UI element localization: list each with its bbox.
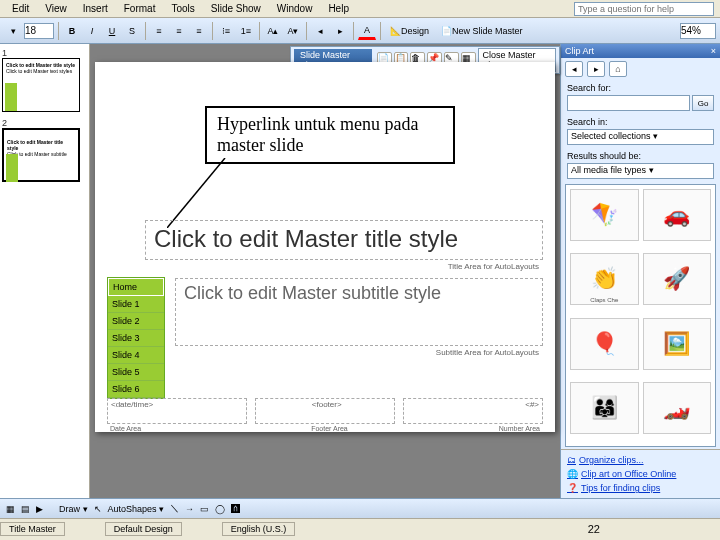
bold-button[interactable]: B — [63, 22, 81, 40]
globe-icon: 🌐 — [567, 469, 578, 479]
menu-item-slide1[interactable]: Slide 1 — [108, 296, 164, 313]
select-arrow-icon[interactable]: ↖ — [94, 504, 102, 514]
menu-insert[interactable]: Insert — [75, 1, 116, 16]
search-in-label: Search in: — [567, 117, 714, 127]
menu-item-slide6[interactable]: Slide 6 — [108, 381, 164, 398]
thumbnail-1[interactable]: 1 Click to edit Master title styleClick … — [2, 48, 87, 112]
clip-result[interactable]: 🪁 — [570, 189, 639, 241]
pane-home-icon[interactable]: ⌂ — [609, 61, 627, 77]
page-number: 22 — [588, 523, 600, 535]
formatting-toolbar: ▾ B I U S ≡ ≡ ≡ ⁝≡ 1≡ A▴ A▾ ◂ ▸ A 📐 Desi… — [0, 18, 720, 44]
font-size-input[interactable] — [24, 23, 54, 39]
zoom-input[interactable] — [680, 23, 716, 39]
menu-view[interactable]: View — [37, 1, 75, 16]
pane-back-icon[interactable]: ◂ — [565, 61, 583, 77]
bullets-button[interactable]: ⁝≡ — [217, 22, 235, 40]
clip-art-pane: Clip Art × ◂ ▸ ⌂ Search for: Go Search i… — [560, 44, 720, 498]
clip-result[interactable]: 🎈 — [570, 318, 639, 370]
menu-window[interactable]: Window — [269, 1, 321, 16]
increase-indent-button[interactable]: ▸ — [331, 22, 349, 40]
shadow-button[interactable]: S — [123, 22, 141, 40]
decrease-font-button[interactable]: A▾ — [284, 22, 302, 40]
rectangle-tool-icon[interactable]: ▭ — [200, 504, 209, 514]
organize-clips-link[interactable]: 🗂Organize clips... — [567, 453, 714, 467]
status-language[interactable]: English (U.S.) — [222, 522, 296, 536]
increase-font-button[interactable]: A▴ — [264, 22, 282, 40]
menu-item-slide4[interactable]: Slide 4 — [108, 347, 164, 364]
menu-item-slide5[interactable]: Slide 5 — [108, 364, 164, 381]
menu-item-home[interactable]: Home — [108, 278, 164, 296]
number-placeholder[interactable]: <#>Number Area — [403, 398, 543, 424]
menu-edit[interactable]: Edit — [4, 1, 37, 16]
autoshapes-menu[interactable]: AutoShapes ▾ — [108, 504, 165, 514]
results-type-dropdown[interactable]: All media file types ▾ — [567, 163, 714, 179]
status-slide: Title Master — [0, 522, 65, 536]
line-tool-icon[interactable]: ＼ — [170, 502, 179, 515]
date-placeholder[interactable]: <date/time>Date Area — [107, 398, 247, 424]
slide-master[interactable]: Hyperlink untuk menu pada master slide C… — [95, 62, 555, 432]
arrow-tool-icon[interactable]: → — [185, 504, 194, 514]
drawing-toolbar: ▦ ▤ ▶ Draw ▾ ↖ AutoShapes ▾ ＼ → ▭ ◯ 🅰 — [0, 498, 720, 518]
align-right-button[interactable]: ≡ — [190, 22, 208, 40]
menu-item-slide3[interactable]: Slide 3 — [108, 330, 164, 347]
clip-result[interactable]: 🚀 — [643, 253, 712, 305]
office-online-link[interactable]: 🌐Clip art on Office Online — [567, 467, 714, 481]
status-design: Default Design — [105, 522, 182, 536]
master-title-placeholder[interactable]: Click to edit Master title style — [145, 220, 543, 260]
font-color-button[interactable]: A — [358, 22, 376, 40]
hyperlink-menu[interactable]: Home Slide 1 Slide 2 Slide 3 Slide 4 Sli… — [107, 277, 165, 399]
tips-link[interactable]: ❓Tips for finding clips — [567, 481, 714, 495]
clip-result[interactable]: 🚗 — [643, 189, 712, 241]
close-pane-icon[interactable]: × — [711, 46, 716, 56]
align-center-button[interactable]: ≡ — [170, 22, 188, 40]
view-sorter-icon[interactable]: ▤ — [21, 504, 30, 514]
menu-help[interactable]: Help — [320, 1, 357, 16]
align-left-button[interactable]: ≡ — [150, 22, 168, 40]
subtitle-area-label: Subtitle Area for AutoLayouts — [436, 348, 539, 357]
new-slide-master-button[interactable]: 📄 New Slide Master — [436, 22, 528, 40]
clip-result[interactable]: 👏Claps Che — [570, 253, 639, 305]
clip-result[interactable]: 🏎️ — [643, 382, 712, 434]
clip-art-header: Clip Art × — [561, 44, 720, 58]
clipart-search-input[interactable] — [567, 95, 690, 111]
oval-tool-icon[interactable]: ◯ — [215, 504, 225, 514]
menu-format[interactable]: Format — [116, 1, 164, 16]
slide-canvas: Slide Master View 📄 📋 🗑 📌 ✎ ▦ Close Mast… — [90, 44, 560, 498]
view-normal-icon[interactable]: ▦ — [6, 504, 15, 514]
thumbnail-2[interactable]: 2 Click to edit Master title styleClick … — [2, 118, 87, 182]
menu-item-slide2[interactable]: Slide 2 — [108, 313, 164, 330]
organize-icon: 🗂 — [567, 455, 576, 465]
menu-bar: Edit View Insert Format Tools Slide Show… — [0, 0, 720, 18]
menu-tools[interactable]: Tools — [163, 1, 202, 16]
view-slideshow-icon[interactable]: ▶ — [36, 504, 43, 514]
underline-button[interactable]: U — [103, 22, 121, 40]
font-dropdown[interactable]: ▾ — [4, 22, 22, 40]
textbox-tool-icon[interactable]: 🅰 — [231, 504, 240, 514]
clipart-go-button[interactable]: Go — [692, 95, 714, 111]
results-should-be-label: Results should be: — [567, 151, 714, 161]
menu-slideshow[interactable]: Slide Show — [203, 1, 269, 16]
status-bar: Title Master Default Design English (U.S… — [0, 518, 720, 538]
help-search-input[interactable] — [574, 2, 714, 16]
clipart-results-grid: 🪁 🚗 👏Claps Che 🚀 🎈 🖼️ 👨‍👩‍👧 🏎️ — [565, 184, 716, 447]
footer-placeholder[interactable]: <footer>Footer Area — [255, 398, 395, 424]
annotation-arrow — [167, 158, 237, 228]
clip-result[interactable]: 👨‍👩‍👧 — [570, 382, 639, 434]
search-in-dropdown[interactable]: Selected collections ▾ — [567, 129, 714, 145]
slide-thumbnails-pane: 1 Click to edit Master title styleClick … — [0, 44, 90, 498]
design-button[interactable]: 📐 Design — [385, 22, 434, 40]
master-subtitle-placeholder[interactable]: Click to edit Master subtitle style — [175, 278, 543, 346]
pane-forward-icon[interactable]: ▸ — [587, 61, 605, 77]
footer-placeholders: <date/time>Date Area <footer>Footer Area… — [107, 398, 543, 424]
numbering-button[interactable]: 1≡ — [237, 22, 255, 40]
annotation-callout: Hyperlink untuk menu pada master slide — [205, 106, 455, 164]
draw-menu[interactable]: Draw ▾ — [59, 504, 88, 514]
svg-line-0 — [167, 158, 225, 228]
title-area-label: Title Area for AutoLayouts — [448, 262, 539, 271]
search-for-label: Search for: — [567, 83, 714, 93]
decrease-indent-button[interactable]: ◂ — [311, 22, 329, 40]
help-icon: ❓ — [567, 483, 578, 493]
clipart-links: 🗂Organize clips... 🌐Clip art on Office O… — [561, 449, 720, 498]
clip-result[interactable]: 🖼️ — [643, 318, 712, 370]
italic-button[interactable]: I — [83, 22, 101, 40]
